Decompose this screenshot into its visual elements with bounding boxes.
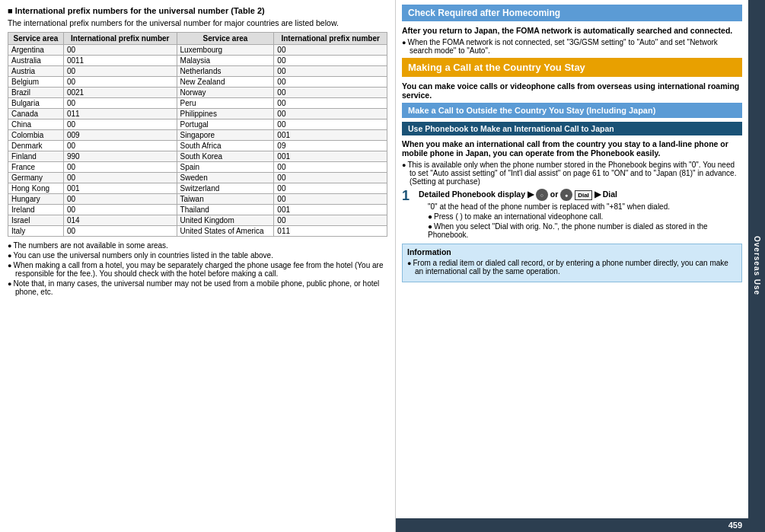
- table-row: Israel014United Kingdom00: [8, 215, 387, 226]
- table-row: Hungary00Taiwan00: [8, 194, 387, 205]
- making-call-header: Making a Call at the Country You Stay: [402, 58, 742, 77]
- table-cell-17-3: 011: [274, 226, 387, 237]
- table-cell-10-1: 990: [63, 151, 177, 162]
- table-row: Hong Kong001Switzerland00: [8, 183, 387, 194]
- step-bullet1: ●Press ( ) to make an international vide…: [419, 212, 742, 221]
- table-cell-2-2: Netherlands: [177, 66, 274, 77]
- table-row: Belgium00New Zealand00: [8, 77, 387, 88]
- table-cell-10-0: Finland: [8, 151, 64, 162]
- table-cell-16-1: 014: [63, 215, 177, 226]
- overseas-tab-label: Overseas Use: [753, 236, 761, 295]
- dial-icon-box: Dial: [575, 190, 592, 200]
- table-cell-5-0: Bulgaria: [8, 98, 64, 109]
- table-cell-1-1: 0011: [63, 56, 177, 66]
- right-panel: Check Required after Homecoming After yo…: [396, 0, 748, 532]
- check-required-desc: After you return to Japan, the FOMA netw…: [402, 26, 742, 35]
- table-cell-15-2: Thailand: [177, 205, 274, 215]
- table-cell-12-2: Sweden: [177, 173, 274, 183]
- step-bullet2-text: When you select "Dial with orig. No.", t…: [428, 222, 708, 239]
- table-cell-4-2: Norway: [177, 88, 274, 98]
- making-call-desc: You can make voice calls or videophone c…: [402, 81, 742, 100]
- table-cell-3-3: 00: [274, 77, 387, 88]
- table-row: Austria00Netherlands00: [8, 66, 387, 77]
- table-cell-13-2: Switzerland: [177, 183, 274, 194]
- table-cell-6-0: Canada: [8, 109, 64, 119]
- table-cell-9-2: South Africa: [177, 141, 274, 151]
- table-cell-17-0: Italy: [8, 226, 64, 237]
- table-cell-15-3: 001: [274, 205, 387, 215]
- col-header-prefix2: International prefix number: [274, 33, 387, 45]
- overseas-tab: Overseas Use: [748, 0, 765, 532]
- table-cell-6-2: Philippines: [177, 109, 274, 119]
- table-cell-9-1: 00: [63, 141, 177, 151]
- table-cell-7-1: 00: [63, 119, 177, 130]
- outside-bullet1: This is available only when the phone nu…: [402, 161, 742, 186]
- table-cell-7-0: China: [8, 119, 64, 130]
- table-row: France00Spain00: [8, 162, 387, 173]
- table-cell-8-2: Singapore: [177, 130, 274, 141]
- table-cell-13-1: 001: [63, 183, 177, 194]
- check-required-header: Check Required after Homecoming: [402, 5, 742, 21]
- table-cell-14-2: Taiwan: [177, 194, 274, 205]
- table-cell-0-2: Luxembourg: [177, 45, 274, 56]
- bullet-list: The numbers are not available in some ar…: [8, 241, 387, 296]
- page-number-bar: 459: [396, 518, 748, 532]
- step-1-row: 1 Detailed Phonebook display ▶ ○ or ● Di…: [402, 189, 742, 241]
- table-cell-1-2: Malaysia: [177, 56, 274, 66]
- table-cell-6-1: 011: [63, 109, 177, 119]
- info-text: From a redial item or dialed call record…: [407, 259, 737, 276]
- table-cell-10-2: South Korea: [177, 151, 274, 162]
- table-cell-14-3: 00: [274, 194, 387, 205]
- table-row: Italy00United States of America011: [8, 226, 387, 237]
- table-cell-2-1: 00: [63, 66, 177, 77]
- table-row: Brazil0021Norway00: [8, 88, 387, 98]
- check-required-bullet: When the FOMA network is not connected, …: [402, 38, 742, 55]
- bullet-1: The numbers are not available in some ar…: [8, 241, 387, 250]
- info-box: Information From a redial item or dialed…: [402, 244, 742, 282]
- step-bullet2: ●When you select "Dial with orig. No.", …: [419, 222, 742, 239]
- table-cell-16-2: United Kingdom: [177, 215, 274, 226]
- table-row: Colombia009Singapore001: [8, 130, 387, 141]
- step-title: Detailed Phonebook display ▶ ○ or ● Dial…: [419, 189, 742, 201]
- table-row: Finland990South Korea001: [8, 151, 387, 162]
- table-cell-9-3: 09: [274, 141, 387, 151]
- right-content: Check Required after Homecoming After yo…: [396, 0, 748, 518]
- left-panel: International prefix numbers for the uni…: [0, 0, 396, 532]
- table-row: Ireland00Thailand001: [8, 205, 387, 215]
- arrow-2: ▶: [594, 190, 601, 199]
- table-row: China00Portugal00: [8, 119, 387, 130]
- table-cell-5-3: 00: [274, 98, 387, 109]
- step-content: Detailed Phonebook display ▶ ○ or ● Dial…: [419, 189, 742, 241]
- table-row: Bulgaria00Peru00: [8, 98, 387, 109]
- step-bullet1-text: Press ( ) to make an international video…: [434, 212, 603, 221]
- table-cell-4-3: 00: [274, 88, 387, 98]
- table-row: Australia0011Malaysia00: [8, 56, 387, 66]
- table-cell-13-0: Hong Kong: [8, 183, 64, 194]
- table-cell-2-0: Austria: [8, 66, 64, 77]
- step-desc1: "0" at the head of the phone number is r…: [419, 202, 742, 211]
- col-header-service1: Service area: [8, 33, 64, 45]
- table-row: Germany00Sweden00: [8, 173, 387, 183]
- table-cell-13-3: 00: [274, 183, 387, 194]
- bullet-4: Note that, in many cases, the universal …: [8, 279, 387, 296]
- phonebook-bar: Use Phonebook to Make an International C…: [402, 122, 742, 135]
- arrow-1: ▶: [528, 190, 534, 199]
- step-number: 1: [402, 189, 416, 202]
- table-cell-5-1: 00: [63, 98, 177, 109]
- or-text: or: [550, 190, 559, 199]
- table-cell-8-3: 001: [274, 130, 387, 141]
- col-header-service2: Service area: [177, 33, 274, 45]
- table-cell-10-3: 001: [274, 151, 387, 162]
- table-row: Canada011Philippines00: [8, 109, 387, 119]
- table-cell-14-1: 00: [63, 194, 177, 205]
- table-row: Argentina00Luxembourg00: [8, 45, 387, 56]
- dial-label: Dial: [603, 190, 617, 199]
- table-cell-2-3: 00: [274, 66, 387, 77]
- table-cell-1-3: 00: [274, 56, 387, 66]
- table-cell-6-3: 00: [274, 109, 387, 119]
- table-cell-8-1: 009: [63, 130, 177, 141]
- table-cell-4-1: 0021: [63, 88, 177, 98]
- info-header: Information: [407, 247, 737, 256]
- table-cell-3-0: Belgium: [8, 77, 64, 88]
- table-cell-9-0: Denmark: [8, 141, 64, 151]
